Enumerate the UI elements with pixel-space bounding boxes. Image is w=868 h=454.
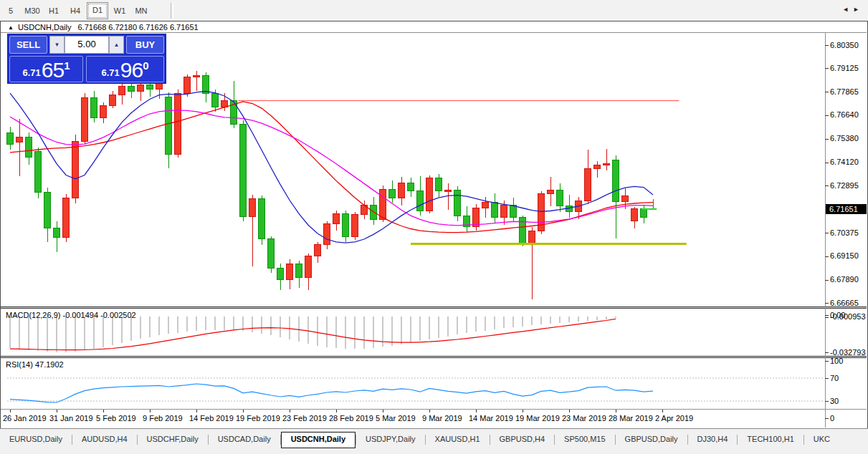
candle	[631, 209, 638, 221]
candle	[482, 203, 489, 208]
buy-price-pip: 0	[143, 59, 148, 72]
tab-eurusd-daily[interactable]: EURUSD,Daily	[0, 432, 72, 447]
candle	[436, 178, 442, 190]
timeframe-5[interactable]: 5	[1, 4, 21, 18]
tab-gbpusd-h4[interactable]: GBPUSD,H4	[490, 432, 555, 447]
candle	[26, 137, 32, 158]
candle	[44, 192, 51, 228]
tab-usdcnh-daily[interactable]: USDCNH,Daily	[281, 432, 356, 448]
tab-gbpusd-daily[interactable]: GBPUSD,Daily	[616, 432, 687, 447]
date-tick-label: 23 Feb 2019	[282, 414, 327, 422]
timeframe-h4[interactable]: H4	[65, 4, 85, 18]
buy-button[interactable]: BUY	[126, 36, 164, 54]
date-tick-label: 14 Feb 2019	[189, 414, 234, 422]
date-tick-mark	[383, 410, 383, 412]
date-tick-label: 9 Feb 2019	[143, 414, 183, 422]
buy-price-big: 96	[120, 59, 143, 82]
candle	[166, 97, 172, 154]
price-tick-label: 6.79125	[830, 64, 867, 72]
tab-sp500-m15[interactable]: SP500,M15	[555, 432, 614, 447]
candle	[343, 213, 349, 236]
date-tick-mark	[662, 410, 663, 412]
candle	[63, 198, 70, 237]
timeframe-h1[interactable]: H1	[44, 4, 64, 18]
macd-bottom-label: -0.032793	[830, 348, 867, 357]
ma-slow-red	[10, 102, 653, 233]
tab-usdjpy-daily[interactable]: USDJPY,Daily	[356, 432, 425, 447]
rsi-tick-mark	[825, 361, 829, 362]
candle	[296, 264, 302, 278]
date-tick-mark	[10, 410, 11, 412]
rsi-level-label: 0	[830, 414, 867, 422]
chart-title-symbol: USDCNH,Daily	[18, 23, 72, 32]
date-tick-mark	[103, 410, 104, 412]
tab-ukc[interactable]: UKC	[804, 432, 839, 447]
candle	[417, 191, 424, 211]
rsi-bottom-border	[1, 409, 867, 410]
candle	[426, 178, 433, 211]
candle	[380, 189, 386, 219]
timeframe-mn[interactable]: MN	[131, 4, 151, 18]
tab-scroll-arrows: ◄►	[842, 6, 864, 13]
volume-input[interactable]: 5.00	[65, 36, 109, 54]
price-tick-label: 6.76640	[830, 110, 867, 119]
candle	[110, 95, 116, 105]
candle	[566, 206, 573, 212]
rsi-level-label: 70	[830, 374, 867, 382]
price-tick-mark	[825, 185, 829, 186]
price-tick-label: 6.72895	[830, 181, 867, 190]
candle	[510, 206, 517, 218]
sell-price-display[interactable]: 6.71 65 1	[9, 56, 83, 82]
buy-price-base: 6.71	[102, 67, 120, 78]
sell-button[interactable]: SELL	[9, 36, 47, 54]
candle	[119, 87, 125, 95]
volume-decrease-button[interactable]: ▾	[49, 36, 65, 54]
tab-usdchf-daily[interactable]: USDCHF,Daily	[138, 432, 208, 447]
candle	[548, 190, 554, 194]
timeframe-m30[interactable]: M30	[22, 4, 42, 18]
date-tick-label: 19 Mar 2019	[515, 414, 560, 422]
timeframe-d1[interactable]: D1	[87, 2, 108, 19]
tab-scroll-right-icon[interactable]: ►	[853, 6, 864, 13]
candle	[147, 84, 153, 90]
tab-xauusd-h1[interactable]: XAUUSD,H1	[426, 432, 490, 447]
tab-audusd-h4[interactable]: AUDUSD,H4	[72, 432, 137, 447]
macd-tick-mark	[825, 317, 829, 318]
date-tick-label: 28 Feb 2019	[329, 414, 373, 422]
candle	[100, 105, 107, 117]
candle	[35, 152, 42, 193]
candle	[184, 77, 191, 93]
candle	[408, 183, 414, 191]
candle	[389, 189, 396, 198]
candle	[91, 98, 97, 118]
volume-increase-button[interactable]: ▴	[109, 36, 124, 54]
price-tick-mark	[825, 233, 829, 233]
buy-price-display[interactable]: 6.71 96 0	[86, 56, 164, 82]
tab-scroll-left-icon[interactable]: ◄	[842, 6, 853, 13]
candle	[128, 87, 135, 92]
rsi-pane[interactable]	[1, 358, 825, 409]
price-tick-label: 6.75380	[830, 134, 867, 143]
date-tick-mark	[569, 410, 570, 412]
candle	[324, 224, 330, 245]
tab-dj30-h4[interactable]: DJ30,H4	[688, 432, 738, 447]
candle	[194, 75, 200, 77]
timeframe-w1[interactable]: W1	[110, 4, 130, 18]
rsi-tick-mark	[825, 401, 829, 402]
macd-signal-line	[10, 319, 616, 349]
date-tick-label: 14 Mar 2019	[469, 414, 513, 422]
rsi-level-label: 100	[830, 357, 867, 365]
date-tick-label: 31 Jan 2019	[49, 414, 93, 422]
macd-label: MACD(12,26,9) -0.001494 -0.002502	[6, 311, 136, 319]
candle	[315, 245, 321, 256]
candle	[641, 209, 647, 218]
timeframe-toolbar: 5M30H1H4D1W1MN	[0, 0, 868, 21]
tab-tech100-h1[interactable]: TECH100,H1	[738, 432, 803, 447]
collapse-triangle-icon[interactable]: ▲	[8, 24, 14, 31]
candle	[203, 75, 209, 93]
tab-usdcad-daily[interactable]: USDCAD,Daily	[209, 432, 280, 447]
date-tick-label: 26 Jan 2019	[3, 414, 47, 422]
date-tick-mark	[57, 410, 57, 412]
candle	[259, 198, 265, 239]
toolbar-separator	[171, 3, 173, 19]
